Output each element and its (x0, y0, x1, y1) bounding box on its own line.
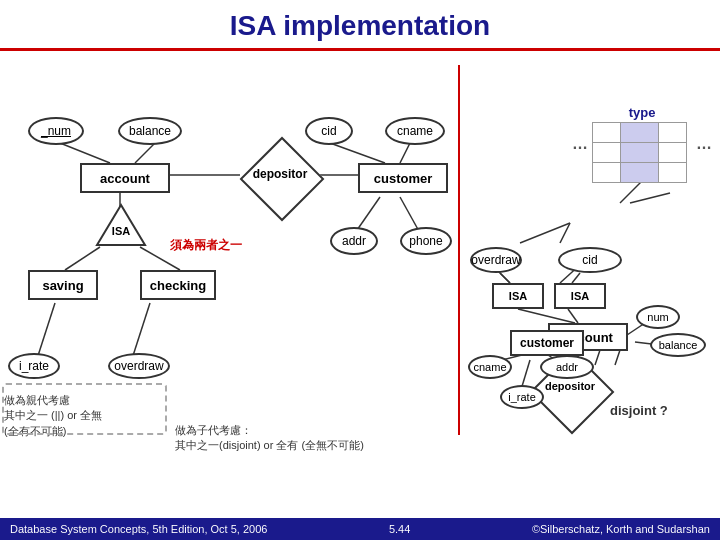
grid-table (592, 122, 687, 183)
isa-saving-right: ISA (492, 283, 544, 309)
footer-center: 5.44 (389, 523, 410, 535)
svg-line-18 (630, 193, 670, 203)
svg-text:ISA: ISA (112, 225, 130, 237)
svg-line-16 (560, 223, 570, 243)
attr-cid-right: cname (468, 355, 512, 379)
svg-line-0 (60, 143, 110, 163)
attr-cname-right: addr (540, 355, 594, 379)
isa-triangle-left: ISA (95, 203, 147, 250)
svg-line-1 (135, 143, 155, 163)
svg-line-27 (572, 273, 580, 283)
grid-area: … type (572, 105, 712, 183)
svg-line-28 (518, 309, 575, 323)
footer-right: ©Silberschatz, Korth and Sudarshan (532, 523, 710, 535)
attr-overdraw-left: overdraw (108, 353, 170, 379)
attr-i-rate-right: overdraw (470, 247, 522, 273)
footer: Database System Concepts, 5th Edition, O… (0, 518, 720, 540)
attr-balance: balance (118, 117, 182, 145)
svg-line-15 (520, 223, 570, 243)
footer-left: Database System Concepts, 5th Edition, O… (10, 523, 267, 535)
entity-customer: customer (358, 163, 448, 193)
entity-saving-left: saving (28, 270, 98, 300)
svg-line-9 (330, 143, 385, 163)
type-label: type (622, 105, 662, 120)
dots-right: … (696, 135, 712, 153)
svg-line-29 (568, 309, 578, 323)
title-divider (0, 48, 720, 51)
attr-num-right: num (636, 305, 680, 329)
dots-left: … (572, 135, 588, 153)
page-title: ISA implementation (0, 0, 720, 48)
main-diagram: _num balance account depositor cid cname… (0, 55, 720, 515)
disjoint-annotation: disjoint ? (610, 403, 668, 418)
svg-line-26 (500, 273, 510, 283)
attr-addr: addr (330, 227, 378, 255)
entity-checking-left: checking (140, 270, 216, 300)
attr-cname: cname (385, 117, 445, 145)
entity-account: account (80, 163, 170, 193)
attr-overdraw-right: cid (558, 247, 622, 273)
entity-customer-right: customer (510, 330, 584, 356)
isa-annotation: 須為兩者之一 (170, 237, 242, 254)
dashed-region-left (2, 383, 167, 435)
attr-num: _num (28, 117, 84, 145)
attr-phone: phone (400, 227, 452, 255)
attr-balance-right: balance (650, 333, 706, 357)
relationship-depositor: depositor (240, 157, 320, 197)
svg-line-10 (400, 143, 410, 163)
vertical-divider (458, 65, 460, 435)
svg-line-3 (65, 247, 100, 270)
attr-i-rate-left: i_rate (8, 353, 60, 379)
isa-checking-right: ISA (554, 283, 606, 309)
attr-cid: cid (305, 117, 353, 145)
annotation-child: 做為子代考慮：其中之一(disjoint) or 全有 (全無不可能) (175, 423, 364, 454)
